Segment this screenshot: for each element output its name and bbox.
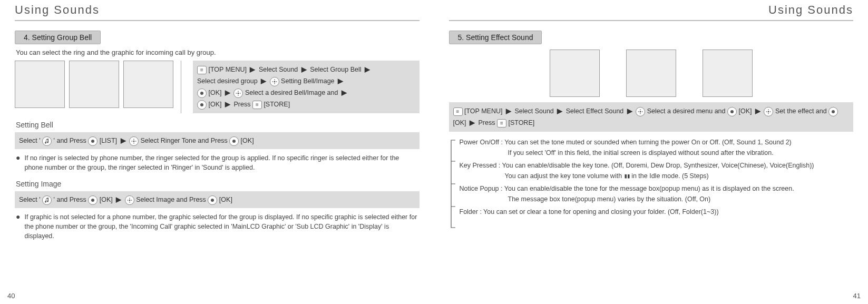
desc-text: Key Pressed : You can enable/disable the… (460, 160, 854, 171)
bell-note: ● If no ringer is selected by phone numb… (16, 153, 418, 172)
step-text: [OK] (738, 107, 752, 115)
image-note: ● If graphic is not selected for a phone… (16, 212, 418, 241)
step-text: Setting Bell/Image (281, 77, 334, 85)
arrow-icon: ▶ (301, 64, 307, 75)
ok-icon (197, 89, 207, 98)
step-text: Select Effect Sound (566, 107, 624, 115)
bullet-icon: ● (16, 212, 20, 241)
svg-point-12 (768, 111, 769, 112)
bullet-icon: ● (16, 153, 20, 172)
dpad-icon (636, 107, 645, 116)
ok-icon (197, 100, 207, 110)
arrow-icon: ▶ (342, 87, 347, 99)
step-text: Select Sound (514, 107, 553, 115)
volume-keys-icon: ▮▮ (624, 171, 630, 181)
step-text: [OK] (208, 89, 221, 96)
desc-power: Power On/Off : You can set the tone mute… (460, 137, 854, 158)
ok-icon (208, 195, 217, 205)
svg-point-13 (832, 110, 835, 113)
step-text: [STORE] (508, 119, 534, 126)
step-text: Select desired group (197, 77, 258, 85)
arrow-icon: ▶ (365, 64, 370, 75)
note-text: If no ringer is selected by phone number… (24, 153, 418, 172)
step-text: [OK] (453, 119, 466, 126)
dpad-icon (764, 107, 773, 116)
step-text: Select Group Bell (310, 66, 361, 73)
arrow-icon: ▶ (261, 75, 266, 87)
menu-icon: ≡ (453, 107, 463, 116)
svg-point-6 (232, 140, 236, 143)
screenshot (123, 61, 173, 108)
desc-text: Folder : You can set or clear a tone for… (460, 207, 854, 217)
step-text: [TOP MENU] (208, 66, 246, 73)
ok-icon (727, 107, 737, 116)
svg-point-9 (211, 199, 214, 202)
instr-text: Select ' (19, 137, 41, 144)
steps-box-sec4: ≡ [TOP MENU] ▶ Select Sound ▶ Select Gro… (193, 61, 420, 113)
ok-icon (88, 136, 97, 146)
instr-text: Select ' (19, 196, 41, 203)
step-text: Select a desired Bell/Image and (245, 89, 338, 96)
instr-text: [OK] (241, 137, 254, 144)
arrow-icon: ▶ (470, 117, 475, 129)
menu-icon: ≡ (252, 101, 262, 109)
step-text: Press (233, 101, 250, 108)
desc-key: Key Pressed : You can enable/disable the… (460, 160, 854, 181)
instr-text: [LIST] (100, 137, 117, 144)
page-number-left: 40 (7, 292, 15, 300)
arrow-icon: ▶ (557, 105, 562, 117)
setting-image-heading: Setting Image (16, 180, 420, 188)
menu-icon: ≡ (197, 66, 207, 74)
bell-instruction-bar: Select ' ' and Press [LIST] ▶ Select Rin… (15, 132, 420, 149)
page-number-right: 41 (853, 292, 861, 300)
svg-point-8 (129, 199, 130, 201)
svg-point-3 (200, 103, 203, 106)
svg-point-2 (238, 92, 239, 94)
step-text: [TOP MENU] (464, 107, 502, 115)
instr-text: ' and Press (54, 137, 86, 144)
setting-bell-heading: Setting Bell (16, 121, 420, 129)
instr-text: [OK] (219, 196, 232, 203)
desc-folder: Folder : You can set or clear a tone for… (460, 207, 854, 217)
section-4-title: 4. Setting Group Bell (15, 31, 101, 44)
instr-text: ' and Press (54, 196, 86, 203)
desc-text: Notice Popup : You can enable/disable th… (460, 183, 854, 194)
ok-icon (229, 136, 239, 146)
svg-point-11 (730, 110, 734, 113)
instr-text: Select Image and Press (136, 196, 206, 203)
screenshot (703, 50, 753, 97)
vertical-divider (181, 61, 181, 113)
image-instruction-bar: Select ' ' and Press [OK] ▶ Select Image… (15, 191, 420, 208)
page-title-left: Using Sounds (15, 0, 420, 21)
screenshots-row-left: ≡ [TOP MENU] ▶ Select Sound ▶ Select Gro… (15, 61, 420, 113)
screenshot (15, 61, 65, 108)
svg-point-4 (91, 140, 94, 143)
music-note-icon (42, 136, 52, 146)
section-4-subtitle: You can select the ring and the graphic … (16, 48, 420, 56)
instr-text: [OK] (100, 196, 113, 203)
arrow-icon: ▶ (225, 87, 230, 99)
svg-point-7 (91, 199, 94, 202)
step-text: [STORE] (264, 101, 290, 108)
svg-point-1 (200, 92, 203, 95)
dpad-icon (125, 195, 134, 205)
ok-icon (828, 107, 838, 116)
section-5-title: 5. Setting Effect Sound (449, 31, 542, 44)
svg-point-0 (274, 81, 275, 82)
desc-text: Power On/Off : You can set the tone mute… (460, 137, 854, 148)
desc-text: If you select 'Off' in this field, the i… (508, 148, 854, 158)
svg-point-10 (640, 111, 641, 112)
menu-icon: ≡ (497, 119, 506, 128)
bracket-icon (449, 139, 456, 229)
arrow-icon: ▶ (121, 135, 126, 146)
svg-point-5 (133, 140, 135, 142)
screenshot (69, 61, 119, 108)
arrow-icon: ▶ (225, 99, 230, 110)
screenshot (550, 50, 600, 97)
step-text: Select Sound (259, 66, 298, 73)
dpad-icon (129, 136, 139, 146)
steps-box-sec5: ≡ [TOP MENU] ▶ Select Sound ▶ Select Eff… (449, 102, 854, 132)
ok-icon (88, 195, 97, 205)
screenshot (626, 50, 676, 97)
arrow-icon: ▶ (755, 105, 760, 117)
